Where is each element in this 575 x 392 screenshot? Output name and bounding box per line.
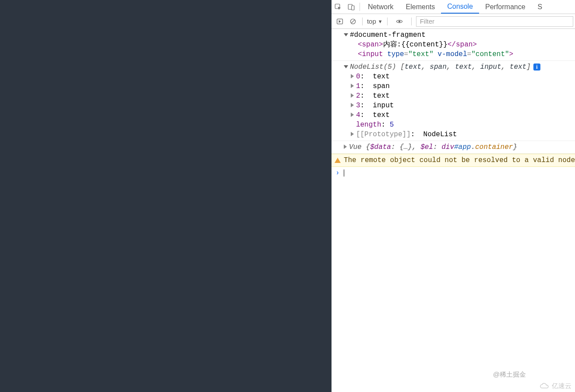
- vue-data-key: $data: [370, 143, 391, 151]
- chevron-down-icon: ▼: [378, 19, 383, 24]
- expand-icon[interactable]: [344, 145, 347, 149]
- text-caret: [344, 170, 344, 177]
- context-selector[interactable]: top ▼: [365, 18, 385, 25]
- nodelist-label: NodeList(5): [350, 63, 400, 71]
- vue-el-dot: .: [471, 143, 475, 151]
- tab-elements[interactable]: Elements: [400, 0, 441, 14]
- tab-network[interactable]: Network: [362, 0, 400, 14]
- tab-performance[interactable]: Performance: [479, 0, 532, 14]
- devtools-panel: Network Elements Console Performance S t…: [332, 0, 575, 392]
- nodelist-item[interactable]: input: [480, 63, 501, 71]
- entry-index: 3: [356, 102, 360, 109]
- vue-label: Vue: [349, 143, 366, 151]
- nodelist-item[interactable]: text: [405, 63, 421, 71]
- console-output: #document-fragment <span>内容:{{content}}<…: [332, 29, 575, 392]
- console-message[interactable]: #document-fragment <span>内容:{{content}}<…: [332, 29, 575, 61]
- console-prompt[interactable]: ›: [332, 167, 575, 179]
- warning-icon: [335, 158, 341, 163]
- entry-value[interactable]: text: [373, 92, 389, 100]
- entry-value[interactable]: input: [373, 102, 394, 109]
- expand-icon[interactable]: [351, 132, 354, 136]
- toolbar-divider: [362, 18, 363, 25]
- sidebar-toggle-icon[interactable]: [333, 15, 346, 28]
- html-tag: <span>: [358, 41, 383, 49]
- live-expression-icon[interactable]: [393, 15, 406, 28]
- console-message[interactable]: NodeList(5) [text, span, text, input, te…: [332, 61, 575, 141]
- expand-icon[interactable]: [351, 84, 354, 88]
- entry-value[interactable]: span: [373, 82, 389, 90]
- devtools-tabbar: Network Elements Console Performance S: [332, 0, 575, 14]
- tab-partial[interactable]: S: [532, 0, 544, 14]
- html-attr-val: "content": [471, 50, 509, 58]
- length-value: 5: [390, 121, 394, 129]
- filter-input[interactable]: Filter: [416, 16, 573, 27]
- vue-el-class: container: [475, 143, 513, 151]
- expand-toggle-icon[interactable]: [344, 33, 348, 36]
- entry-index: 2: [356, 92, 360, 100]
- entry-value[interactable]: text: [373, 73, 389, 81]
- entry-index: 4: [356, 111, 360, 119]
- prompt-icon: ›: [332, 168, 344, 178]
- equals: =: [467, 50, 472, 58]
- html-attr: v-model: [437, 50, 467, 58]
- context-label: top: [367, 18, 376, 25]
- expand-icon[interactable]: [351, 103, 354, 107]
- text-node: {{content}}: [401, 41, 448, 49]
- svg-point-6: [399, 21, 400, 22]
- text-node: 内容:: [383, 41, 402, 49]
- length-label: length: [356, 121, 381, 129]
- console-message[interactable]: Vue {$data: {…}, $el: div#app.container}: [332, 141, 575, 154]
- vue-el-key: $el: [420, 143, 433, 151]
- svg-rect-2: [352, 6, 354, 10]
- entry-index: 1: [356, 82, 360, 90]
- html-tag: >: [509, 50, 514, 58]
- page-viewport: [0, 0, 332, 392]
- entry-value[interactable]: text: [373, 111, 389, 119]
- clear-console-icon[interactable]: [346, 15, 360, 28]
- toolbar-divider: [411, 18, 412, 25]
- console-warning[interactable]: The remote object could not be resolved …: [332, 154, 575, 167]
- expand-icon[interactable]: [351, 93, 354, 98]
- prototype-value[interactable]: NodeList: [423, 131, 457, 138]
- nodelist-item[interactable]: text: [455, 63, 472, 71]
- equals: =: [404, 50, 409, 58]
- vue-el-id: #app: [454, 143, 471, 151]
- html-tag: <input: [358, 50, 383, 58]
- info-icon[interactable]: i: [533, 64, 540, 71]
- nodelist-item[interactable]: span: [430, 63, 446, 71]
- filter-placeholder: Filter: [420, 18, 434, 25]
- expand-icon[interactable]: [351, 113, 354, 117]
- warning-text: The remote object could not be resolved …: [344, 155, 575, 165]
- watermark: @稀土掘金: [493, 371, 526, 379]
- tab-console[interactable]: Console: [441, 0, 479, 14]
- console-toolbar: top ▼ Filter: [332, 14, 575, 29]
- html-attr-val: "text": [408, 50, 434, 58]
- nodelist-item[interactable]: text: [510, 63, 526, 71]
- expand-toggle-icon[interactable]: [344, 65, 348, 68]
- expand-icon[interactable]: [351, 74, 354, 78]
- prototype-label: [[Prototype]]: [356, 131, 411, 138]
- html-attr: type: [387, 50, 404, 58]
- entry-index: 0: [356, 73, 360, 81]
- tabbar-divider: [360, 3, 360, 11]
- device-toggle-icon[interactable]: [345, 0, 358, 14]
- svg-line-5: [351, 20, 355, 23]
- html-tag: </span>: [448, 41, 477, 49]
- cloud-icon: [539, 383, 550, 390]
- vue-data-val: {…}: [399, 143, 412, 151]
- watermark: 亿速云: [539, 382, 571, 390]
- vue-el-tag[interactable]: div: [441, 143, 454, 151]
- inspect-icon[interactable]: [332, 0, 345, 14]
- document-fragment-label: #document-fragment: [350, 31, 426, 39]
- toolbar-divider: [387, 18, 388, 25]
